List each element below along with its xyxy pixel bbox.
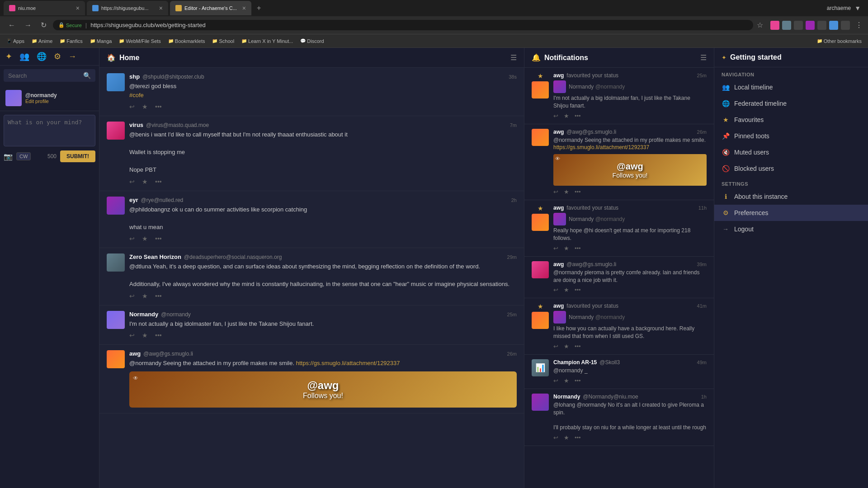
more-button-1[interactable]: ••• [155, 103, 162, 110]
navigation-section-title: NAVIGATION [714, 67, 868, 79]
nav-pinned-toots[interactable]: 📌 Pinned toots [714, 128, 868, 144]
tab-editor[interactable]: Editor - Archaeme's C... × [170, 1, 251, 15]
notif-more-3[interactable]: ••• [575, 245, 581, 252]
post-hashtag-1[interactable]: #cofe [129, 92, 144, 99]
bookmark-webm[interactable]: 📁 WebM/File Sets [116, 38, 163, 45]
more-button-3[interactable]: ••• [155, 235, 162, 242]
tab-favicon-1 [9, 5, 15, 11]
notif-actions-4: ↩ ★ ••• [553, 286, 707, 293]
nav-about-instance[interactable]: ℹ About this instance [714, 188, 868, 205]
notif-star-2[interactable]: ★ [564, 188, 569, 195]
notif-reply-1[interactable]: ↩ [553, 113, 558, 119]
nav-favourites[interactable]: ★ Favourites [714, 112, 868, 128]
tab-niu-moe[interactable]: niu.moe × [4, 1, 85, 15]
notif-star-4[interactable]: ★ [564, 286, 569, 293]
nav-local-timeline[interactable]: 👥 Local timeline [714, 79, 868, 95]
profile-menu-button[interactable]: ▼ [854, 5, 861, 12]
new-tab-button[interactable]: + [253, 2, 264, 14]
back-button[interactable]: ← [5, 20, 18, 30]
users-nav-icon[interactable]: 👥 [19, 52, 29, 61]
cw-button[interactable]: CW [16, 152, 31, 160]
forward-button[interactable]: → [22, 20, 34, 30]
bookmarklets-folder-icon: 📁 [168, 38, 174, 43]
bookmark-discord[interactable]: 💬 Discord [297, 38, 326, 45]
home-nav-icon[interactable]: ✦ [5, 52, 12, 61]
notif-star-5[interactable]: ★ [564, 343, 569, 350]
nav-federated-timeline[interactable]: 🌐 Federated timeline [714, 95, 868, 112]
notif-more-5[interactable]: ••• [575, 343, 581, 350]
bookmark-fanfics[interactable]: 📁 Fanfics [57, 38, 85, 45]
bookmark-apps[interactable]: 📱 Apps [4, 38, 27, 45]
notif-more-4[interactable]: ••• [575, 286, 581, 293]
tab-close-3[interactable]: × [242, 5, 246, 12]
star-button-3[interactable]: ★ [142, 235, 148, 242]
notif-more-2[interactable]: ••• [575, 188, 581, 195]
nav-muted-users[interactable]: 🔇 Muted users [714, 144, 868, 160]
reply-button-5[interactable]: ↩ [129, 332, 135, 339]
notif-reply-6[interactable]: ↩ [553, 377, 558, 384]
nav-preferences[interactable]: ⚙ Preferences [714, 205, 868, 221]
reply-button-4[interactable]: ↩ [129, 292, 135, 300]
reply-button-1[interactable]: ↩ [129, 103, 135, 110]
bookmark-bookmarklets[interactable]: 📁 Bookmarklets [165, 38, 208, 45]
star-button-2[interactable]: ★ [142, 178, 148, 185]
refresh-button[interactable]: ↻ [38, 20, 49, 30]
more-button-5[interactable]: ••• [155, 332, 162, 339]
star-button-5[interactable]: ★ [142, 332, 148, 339]
tab-close-2[interactable]: × [159, 5, 163, 12]
reply-button-2[interactable]: ↩ [129, 178, 135, 185]
more-button-4[interactable]: ••• [155, 292, 162, 300]
nav-blocked-users[interactable]: 🚫 Blocked users [714, 160, 868, 177]
notif-settings-icon[interactable]: ☰ [700, 53, 707, 62]
bookmark-school[interactable]: 📁 School [209, 38, 237, 45]
browser-extensions [770, 21, 850, 30]
settings-nav-icon[interactable]: ⚙ [54, 52, 61, 61]
notif-reply-3[interactable]: ↩ [553, 245, 558, 252]
globe-nav-icon[interactable]: 🌐 [37, 52, 47, 61]
ext-icon-7 [841, 21, 850, 30]
reply-button-3[interactable]: ↩ [129, 235, 135, 242]
more-button-2[interactable]: ••• [155, 178, 162, 185]
right-sidebar: ✦ Getting started NAVIGATION 👥 Local tim… [714, 48, 868, 488]
notif-star-3[interactable]: ★ [564, 245, 569, 252]
bookmark-other[interactable]: 📁 Other bookmarks [814, 38, 864, 45]
notif-more-1[interactable]: ••• [575, 113, 581, 119]
tab-shigusegubu[interactable]: https://shigusegubu... × [87, 1, 168, 15]
tab-title-3: Editor - Archaeme's C... [184, 5, 240, 11]
bookmark-star-button[interactable]: ☆ [757, 21, 763, 29]
feed-settings-icon[interactable]: ☰ [510, 53, 517, 62]
notif-more-6[interactable]: ••• [575, 377, 581, 384]
notif-handle-4: @awg@gs.smuglo.li [566, 261, 616, 267]
notif-time-4: 39m [697, 262, 707, 267]
submit-button[interactable]: SUBMIT! [60, 150, 95, 162]
notif-reply-4[interactable]: ↩ [553, 286, 558, 293]
search-input[interactable] [8, 72, 80, 79]
compose-input[interactable] [4, 115, 95, 146]
post-text-1: @terezi god bless #cofe [129, 82, 517, 99]
tab-close-1[interactable]: × [76, 5, 80, 12]
bookmark-manga[interactable]: 📁 Manga [87, 38, 115, 45]
notif-more-7[interactable]: ••• [575, 434, 581, 441]
post-handle-2: @virus@masto.quad.moe [146, 122, 209, 128]
awg-overlay-text: @awg [303, 379, 343, 392]
bookmark-anime[interactable]: 📁 Anime [29, 38, 55, 45]
notif-star-7[interactable]: ★ [564, 434, 569, 441]
notif-reply-7[interactable]: ↩ [553, 434, 558, 441]
notif-reply-5[interactable]: ↩ [553, 343, 558, 350]
compose-nav-icon[interactable]: → [68, 52, 76, 61]
browser-menu-button[interactable]: ⋮ [855, 21, 863, 29]
nav-logout[interactable]: → Logout [714, 221, 868, 237]
notif-star-1[interactable]: ★ [564, 113, 569, 119]
notif-link-2[interactable]: https://gs.smuglo.li/attachment/1292337 [553, 144, 649, 150]
bookmark-learnxy[interactable]: 📁 Learn X in Y Minut... [239, 38, 296, 45]
post-link-6[interactable]: https://gs.smuglo.li/attachment/1292337 [296, 360, 400, 366]
edit-profile-link[interactable]: Edit profile [25, 99, 57, 104]
star-button-1[interactable]: ★ [142, 103, 148, 110]
star-button-4[interactable]: ★ [142, 292, 148, 300]
avatar [5, 90, 22, 106]
address-bar[interactable]: 🔒 Secure | https://shigusegubu.club/web/… [53, 20, 753, 30]
eye-icon: 👁 [133, 375, 138, 381]
notif-star-6[interactable]: ★ [564, 377, 569, 384]
camera-icon[interactable]: 📷 [4, 152, 13, 161]
notif-reply-2[interactable]: ↩ [553, 188, 558, 195]
